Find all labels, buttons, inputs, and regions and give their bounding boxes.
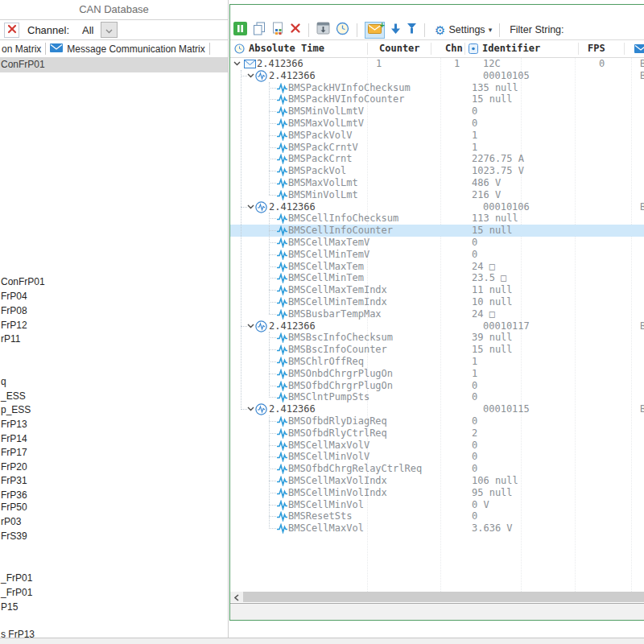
- signal-waveform-icon: [277, 332, 287, 343]
- signal-row[interactable]: BMSOfbdChrgrPlugOn0: [230, 380, 644, 392]
- cell: BMSCellMinTemV: [288, 249, 369, 261]
- signal-row[interactable]: BMSMinVolLmt216 V: [230, 189, 644, 201]
- signal-row[interactable]: BMSCellMinTem23.5 □: [230, 272, 644, 284]
- grid-status-strip: [230, 603, 644, 620]
- scroll-left-button[interactable]: [230, 592, 242, 602]
- cell: BMSBusbarTempMax: [288, 308, 382, 320]
- scrollbar-thumb[interactable]: [243, 592, 644, 602]
- signal-row[interactable]: BMSPackHVInfoChecksum135 null: [230, 82, 644, 94]
- expand-chevron-icon[interactable]: [247, 407, 254, 411]
- signal-row[interactable]: BMSCellMinTemV0: [230, 249, 644, 261]
- signal-row[interactable]: BMSBscInfoChecksum39 null: [230, 332, 644, 344]
- tree-item[interactable]: FrP36: [1, 489, 27, 502]
- move-up-button[interactable]: [407, 21, 417, 39]
- signal-row[interactable]: BMSCellMaxTemV0: [230, 237, 644, 249]
- signal-row[interactable]: BMSPackVol1023.75 V: [230, 165, 644, 177]
- col-counter[interactable]: Counter: [379, 40, 420, 57]
- horizontal-scrollbar[interactable]: [230, 592, 644, 602]
- signal-row[interactable]: BMSMaxVolLmt486 V: [230, 177, 644, 189]
- tree-item[interactable]: P15: [1, 601, 18, 613]
- signal-row[interactable]: BMSCellMaxTem24 □: [230, 261, 644, 273]
- tree-item[interactable]: ConFrP01: [1, 275, 45, 288]
- group-row[interactable]: 2.41236600010115B: [230, 403, 644, 415]
- expand-chevron-icon[interactable]: [247, 73, 254, 78]
- signal-row[interactable]: BMSMinVolLmtV0: [230, 105, 644, 118]
- group-row[interactable]: 2.41236600010117B: [230, 320, 644, 332]
- signal-row[interactable]: BMSBusbarTempMax24 □: [230, 308, 644, 320]
- tree-item[interactable]: FrP12: [1, 319, 27, 332]
- signal-row[interactable]: BMSBscInfoCounter15 null: [230, 344, 644, 356]
- cell: BMSOnbdChrgrPlugOn: [288, 368, 393, 380]
- signal-row[interactable]: BMSPackVolV1: [230, 130, 644, 142]
- copy-button[interactable]: [253, 21, 266, 39]
- signal-row[interactable]: BMSPackCrntV1: [230, 142, 644, 154]
- tree-item[interactable]: FrP13: [1, 418, 27, 431]
- tree-stub: [269, 349, 276, 350]
- signal-row[interactable]: BMSCellInfoCounter15 null: [230, 225, 644, 237]
- copy-special-button[interactable]: [271, 21, 284, 39]
- envelope-icon[interactable]: [634, 44, 644, 56]
- tree-item[interactable]: FrP04: [1, 290, 27, 303]
- group-row[interactable]: 2.41236600010105B: [230, 70, 644, 82]
- new-message-window-button[interactable]: +: [365, 22, 385, 39]
- tree-item[interactable]: FrP20: [1, 460, 27, 473]
- tree-item[interactable]: p_ESS: [1, 403, 31, 416]
- time-mode-button[interactable]: [336, 21, 349, 39]
- tree-stub: [269, 278, 276, 279]
- signal-row[interactable]: BMSCellMinVol0 V: [230, 499, 644, 511]
- signal-row[interactable]: BMSOnbdChrgrPlugOn1: [230, 368, 644, 380]
- cell: BMSCellMaxVol: [288, 522, 364, 535]
- tab-signal-matrix[interactable]: on Matrix: [0, 43, 41, 55]
- tab-message-communication-matrix[interactable]: Message Communication Matrix: [50, 43, 204, 55]
- col-chn[interactable]: Chn: [445, 40, 463, 57]
- expand-chevron-icon[interactable]: [233, 61, 241, 66]
- signal-row[interactable]: BMSCellMaxVolIndx106 null: [230, 475, 644, 487]
- clear-button[interactable]: [290, 21, 301, 39]
- signal-row[interactable]: BMSMaxVolLmtV0: [230, 118, 644, 130]
- tree-item[interactable]: FrP50: [1, 501, 27, 514]
- signal-row[interactable]: BMSCellMaxVolV0: [230, 440, 644, 452]
- message-row[interactable]: 2.4123661112C0B: [230, 58, 644, 70]
- signal-row[interactable]: BMSPackHVInfoCounter15 null: [230, 93, 644, 105]
- expand-chevron-icon[interactable]: [247, 324, 254, 328]
- channel-select[interactable]: [101, 22, 118, 38]
- signal-row[interactable]: BMSCellMaxVol3.636 V: [230, 522, 644, 535]
- signal-row[interactable]: BMSCellMinVolV0: [230, 451, 644, 463]
- tree-item[interactable]: q: [1, 375, 6, 388]
- tree-item[interactable]: _ESS: [1, 390, 26, 402]
- signal-row[interactable]: BMSCellMinVolIndx95 null: [230, 487, 644, 499]
- tree-item[interactable]: rP03: [1, 515, 21, 528]
- signal-row[interactable]: BMSPackCrnt2276.75 A: [230, 153, 644, 165]
- selected-database-item[interactable]: ConFrP01: [0, 57, 228, 72]
- tree-item[interactable]: FrS39: [1, 530, 27, 543]
- signal-row[interactable]: BMSCellMaxTemIndx11 null: [230, 284, 644, 296]
- col-identifier[interactable]: Identifier: [482, 40, 540, 57]
- tree-item[interactable]: FrP08: [1, 304, 27, 317]
- move-down-button[interactable]: [390, 21, 401, 39]
- expand-chevron-icon[interactable]: [247, 204, 254, 209]
- signal-row[interactable]: BMSClntPumpSts0: [230, 391, 644, 403]
- scroll-bottom-button[interactable]: [316, 21, 330, 39]
- remove-database-button[interactable]: [4, 23, 19, 38]
- signal-row[interactable]: BMSOfbdChrgRelayCtrlReq0: [230, 463, 644, 475]
- signal-row[interactable]: BMSOfbdRlyDiagReq0: [230, 415, 644, 427]
- tree-item[interactable]: _FrP01: [1, 586, 32, 599]
- tree-item[interactable]: rP11: [1, 332, 20, 345]
- signal-row[interactable]: BMSChlrOffReq1: [230, 356, 644, 368]
- group-row[interactable]: 2.41236600010106B: [230, 201, 644, 213]
- signal-row[interactable]: BMSOfbdRlyCtrlReq2: [230, 427, 644, 440]
- cell: 15 null: [472, 344, 513, 356]
- signal-row[interactable]: BMSResetSts0: [230, 510, 644, 522]
- column-separator: [624, 43, 625, 55]
- cell: 0: [472, 463, 477, 475]
- col-fps[interactable]: FPS: [588, 40, 605, 57]
- tree-item[interactable]: FrP31: [1, 474, 27, 487]
- tree-item[interactable]: FrP17: [1, 446, 27, 459]
- signal-row[interactable]: BMSCellMinTemIndx10 null: [230, 296, 644, 308]
- pause-button[interactable]: [233, 21, 247, 39]
- col-absolute-time[interactable]: Absolute Time: [249, 40, 324, 57]
- tree-item[interactable]: _FrP01: [1, 572, 32, 584]
- signal-row[interactable]: BMSCellInfoChecksum113 null: [230, 213, 644, 225]
- settings-dropdown[interactable]: ⚙ Settings ▾: [435, 24, 492, 36]
- tree-item[interactable]: FrP14: [1, 432, 27, 445]
